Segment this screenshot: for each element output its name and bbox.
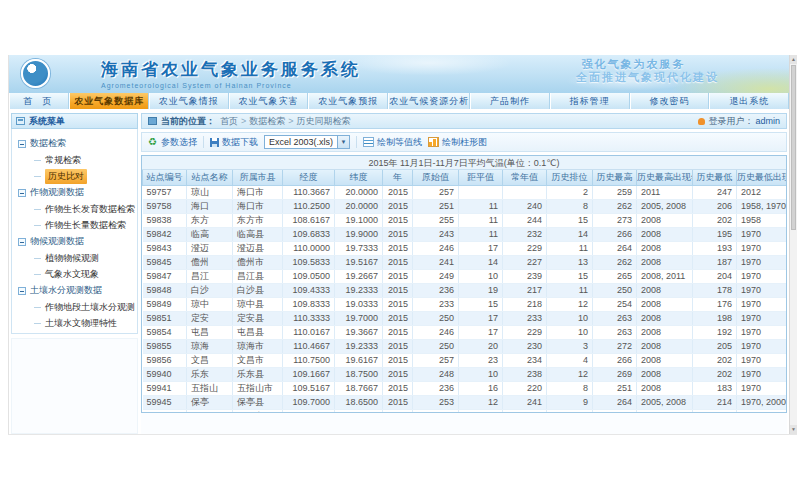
tree-node[interactable]: 土壤水分观测数据 [18, 282, 135, 299]
collapse-icon[interactable] [18, 238, 26, 246]
param-select-button[interactable]: ♻ 参数选择 [148, 136, 197, 149]
table-row[interactable]: 59855琼海琼海市110.466719.2333201525020230327… [143, 339, 788, 353]
nav-tab-4[interactable]: 农业气象灾害 [229, 93, 309, 109]
nav-tab-9[interactable]: 修改密码 [630, 93, 710, 109]
nav-tab-2[interactable]: 农业气象数据库 [69, 93, 149, 109]
table-row[interactable]: 59758海口海口市110.250020.0000201525111240826… [143, 199, 788, 213]
tree-node[interactable]: 物候观测数据 [18, 233, 135, 250]
tree-leaf[interactable]: 气象水文现象 [34, 266, 135, 282]
table-cell: 236 [413, 381, 459, 395]
nav-tab-6[interactable]: 农业气候资源分析 [388, 93, 470, 109]
collapse-icon[interactable] [18, 189, 26, 197]
tree-node[interactable]: 数据检索 [18, 135, 135, 152]
table-row[interactable]: 59845儋州儋州市109.583319.5167201524114227132… [143, 255, 788, 269]
draw-contour-button[interactable]: 绘制等值线 [363, 136, 422, 149]
table-cell: 249 [413, 269, 459, 283]
table-row[interactable]: 59941五指山五指山市109.516718.76672015236162208… [143, 381, 788, 395]
table-cell: 15 [547, 269, 593, 283]
table-cell: 59854 [143, 325, 187, 339]
nav-tab-8[interactable]: 指标管理 [550, 93, 630, 109]
table-cell: 251 [593, 381, 637, 395]
table-cell: 110.4667 [283, 339, 335, 353]
tree-branch-line [34, 258, 41, 259]
table-row[interactable]: 59838东方东方市108.616719.1000201525511244152… [143, 213, 788, 227]
table-cell: 19 [459, 283, 503, 297]
table-cell: 234 [503, 353, 547, 367]
collapse-icon[interactable] [18, 140, 26, 148]
breadcrumb-separator: > [288, 116, 293, 126]
nav-tab-3[interactable]: 农业气象情报 [149, 93, 229, 109]
table-row[interactable]: 59851定安定安县110.333319.7000201525017233102… [143, 311, 788, 325]
table-cell: 250 [593, 283, 637, 297]
tree-leaf[interactable]: 植物物候观测 [34, 250, 135, 266]
table-cell: 241 [413, 255, 459, 269]
breadcrumb-item[interactable]: 数据检索 [249, 116, 285, 126]
tree-leaf[interactable]: 历史比对 [34, 168, 135, 184]
table-cell: 2008 [637, 227, 693, 241]
nav-tab-5[interactable]: 农业气象预报 [308, 93, 388, 109]
scroll-down-icon[interactable]: ▼ [790, 425, 797, 434]
table-row[interactable]: 59757琼山海口市110.366720.0000201525722592011… [143, 185, 788, 199]
tree-leaf[interactable]: 作物地段土壤水分观测 [34, 299, 135, 315]
table-row[interactable]: 59847昌江昌江县109.050019.2667201524910239152… [143, 269, 788, 283]
table-cell: 东方市 [233, 213, 283, 227]
table-cell: 昌江 [187, 269, 233, 283]
table-cell: 253 [413, 395, 459, 409]
table-cell: 东方 [187, 213, 233, 227]
nav-tab-1[interactable]: 首 页 [9, 93, 69, 109]
table-cell: 254 [593, 297, 637, 311]
scrollbar-thumb[interactable] [791, 65, 796, 230]
table-row[interactable]: 59843澄迈澄迈县110.000019.7333201524617229112… [143, 241, 788, 255]
draw-contour-label: 绘制等值线 [377, 136, 422, 149]
nav-tab-10[interactable]: 退出系统 [709, 93, 789, 109]
table-row[interactable]: 59842临高临高县109.683319.9000201524311232142… [143, 227, 788, 241]
breadcrumb: 当前的位置： 首页>数据检索>历史同期检索 登录用户： admin [141, 113, 787, 129]
table-row[interactable]: 59848白沙白沙县109.433319.2333201523619217112… [143, 283, 788, 297]
table-cell: 10 [459, 367, 503, 381]
breadcrumb-item[interactable]: 首页 [220, 116, 238, 126]
table-cell: 193 [693, 241, 737, 255]
breadcrumb-item[interactable]: 历史同期检索 [297, 116, 351, 126]
draw-barchart-button[interactable]: 绘制柱形图 [428, 136, 487, 149]
table-cell: 2015 [383, 311, 413, 325]
table-cell: 243 [413, 227, 459, 241]
chevron-down-icon[interactable]: ▼ [337, 136, 349, 148]
tree-leaf[interactable]: 常规检索 [34, 152, 135, 168]
table-row[interactable]: 59945保亭保亭县109.700018.6500201525312241926… [143, 395, 788, 409]
table-row[interactable]: 59854屯昌屯昌县110.016719.3667201524617229102… [143, 325, 788, 339]
table-row[interactable]: 59940乐东乐东县109.166718.7500201524810238122… [143, 367, 788, 381]
tree-leaf[interactable]: 土壤水文物理特性 [34, 315, 135, 331]
table-row[interactable]: 59849琼中琼中县109.833319.0333201523315218122… [143, 297, 788, 311]
tree-leaf[interactable]: 作物生长发育数据检索 [34, 201, 135, 217]
tree-node[interactable]: 作物观测数据 [18, 184, 135, 201]
tree-leaf[interactable]: 作物生长量数据检索 [34, 217, 135, 233]
scroll-up-icon[interactable]: ▲ [790, 55, 797, 64]
toolbar-separator [203, 136, 204, 148]
table-cell [459, 185, 503, 199]
table-cell: 59848 [143, 283, 187, 297]
table-cell: 2015 [383, 353, 413, 367]
vertical-scrollbar[interactable]: ▲ ▼ [789, 55, 797, 434]
table-cell: 11 [459, 227, 503, 241]
tree-branch-line [34, 307, 41, 308]
tree-branch-line [34, 274, 41, 275]
column-header: 纬度 [335, 170, 383, 185]
table-cell: 59845 [143, 255, 187, 269]
table-cell: 59847 [143, 269, 187, 283]
user-name: admin [755, 116, 780, 126]
collapse-icon[interactable] [18, 287, 26, 295]
table-cell: 2015 [383, 381, 413, 395]
table-cell: 2008 [637, 241, 693, 255]
nav-tab-7[interactable]: 产品制作 [470, 93, 550, 109]
table-cell: 264 [593, 395, 637, 409]
table-cell: 266 [593, 353, 637, 367]
export-format-select[interactable]: Excel 2003(.xls) ▼ [264, 135, 350, 149]
data-download-button[interactable]: 数据下载 [210, 136, 258, 149]
table-cell: 108.6167 [283, 213, 335, 227]
table-cell: 19.7000 [335, 311, 383, 325]
table-row[interactable]: 59856文昌文昌市110.750019.6167201525723234426… [143, 353, 788, 367]
table-cell: 屯昌县 [233, 325, 283, 339]
table-cell: 229 [503, 325, 547, 339]
scrollbar-track[interactable] [790, 231, 797, 425]
table-cell: 187 [693, 255, 737, 269]
